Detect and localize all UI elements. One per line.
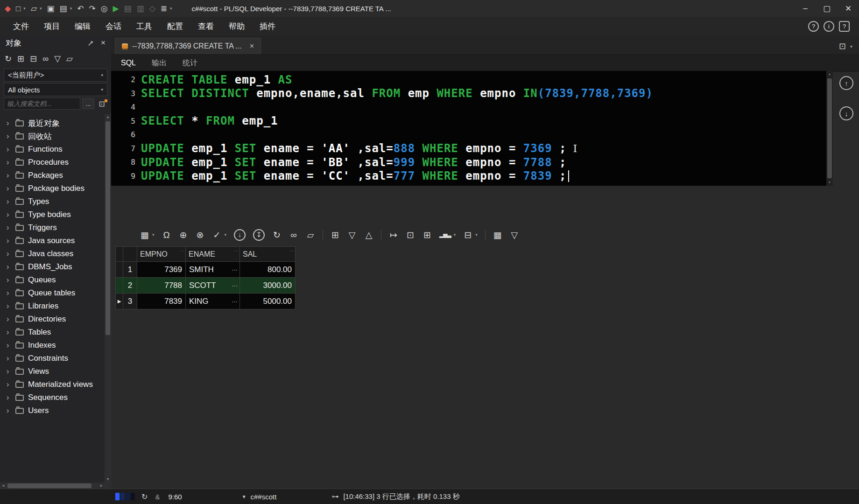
cell-sal[interactable]: 3000.00 (240, 278, 296, 294)
preferences-icon-caret[interactable]: ▾ (170, 6, 172, 11)
close-button[interactable]: ✕ (838, 0, 859, 17)
filter-objects-icon[interactable]: ▽ (54, 54, 61, 64)
code-text[interactable]: SELECT * FROM emp_1 (141, 115, 278, 126)
cell-empno[interactable]: 7839 (137, 294, 186, 309)
collapse-all-icon[interactable]: ⊟ (30, 54, 37, 64)
row-number-cell[interactable]: 3 (123, 294, 137, 309)
code-text[interactable]: CREATE TABLE emp_1 AS (141, 74, 292, 85)
minimize-button[interactable]: – (795, 0, 816, 17)
search-more-button[interactable]: ... (82, 98, 94, 109)
chevron-right-icon[interactable]: › (7, 250, 11, 258)
scroll-right-arrow[interactable]: ▸ (98, 483, 105, 489)
post-changes-icon-caret[interactable]: ▾ (225, 232, 227, 237)
maximize-button[interactable]: ▢ (816, 0, 838, 17)
tree-item[interactable]: ›DBMS_Jobs (0, 260, 105, 273)
tree-item[interactable]: ›Directories (0, 313, 105, 326)
document-tab[interactable]: --7839,7788,7369 CREATE TA ... × (115, 38, 261, 54)
chevron-right-icon[interactable]: › (7, 184, 11, 193)
chevron-right-icon[interactable]: › (7, 145, 11, 154)
menu-item-7[interactable]: 帮助 (221, 17, 252, 35)
tree-item[interactable]: ›Type bodies (0, 208, 105, 221)
menu-item-6[interactable]: 查看 (190, 17, 221, 35)
scroll-down-arrow[interactable]: ▾ (105, 476, 111, 483)
tree-item[interactable]: ›Sequences (0, 391, 105, 404)
new-document-icon-caret[interactable]: ▾ (23, 6, 26, 11)
lock-record-icon[interactable]: Ω (162, 231, 171, 239)
script-file-icon[interactable]: ▥ (137, 5, 144, 13)
print-icon[interactable]: ▤ (60, 5, 67, 13)
chevron-right-icon[interactable]: › (7, 354, 11, 363)
tab-close-icon[interactable]: × (250, 42, 254, 50)
tree-item[interactable]: ›Libraries (0, 300, 105, 313)
scroll-up-arrow[interactable]: ▴ (105, 114, 111, 120)
chart-icon-caret[interactable]: ▾ (454, 232, 456, 237)
scroll-down-arrow[interactable]: ▾ (826, 179, 833, 186)
pin-icon[interactable]: ⊸ (85, 38, 96, 49)
chevron-right-icon[interactable]: › (7, 315, 11, 323)
copy-to-excel-icon[interactable]: ⊡ (406, 231, 415, 239)
column-header-empno[interactable]: EMPNO (137, 247, 186, 262)
chevron-right-icon[interactable]: › (7, 367, 11, 376)
cell-ename[interactable]: KING⋯ (186, 294, 240, 309)
tree-item[interactable]: ›Packages (0, 169, 105, 182)
tree-item[interactable]: ›回收站 (0, 130, 105, 143)
grid-layout-icon[interactable]: ⊟ (463, 231, 472, 239)
search-scope-icon[interactable]: ⊡ (96, 99, 107, 108)
table-row[interactable]: ▶37839KING⋯5000.00 (116, 294, 296, 309)
auto-refresh-icon[interactable]: ↻ (141, 492, 148, 501)
open-folder-icon[interactable]: ▱ (31, 5, 37, 13)
titlebar[interactable]: ◆□▾▱▾▣▤▾↶↷◎▶▤▥◇≣▾ c##scott - PL/SQL Deve… (0, 0, 859, 17)
fetch-last-page-icon[interactable]: ↧ (253, 229, 265, 241)
refresh-results-icon[interactable]: ↻ (272, 231, 282, 239)
chevron-right-icon[interactable]: › (7, 393, 11, 402)
user-filter-select[interactable]: <当前用户> ▾ (4, 69, 107, 82)
tree-item[interactable]: ›Indexes (0, 339, 105, 352)
folder-view-icon[interactable]: ▱ (66, 54, 73, 64)
chevron-right-icon[interactable]: › (7, 263, 11, 271)
cell-sal[interactable]: 800.00 (240, 262, 296, 278)
tree-item[interactable]: ›Materialized views (0, 378, 105, 391)
row-number-cell[interactable]: 2 (123, 278, 137, 294)
close-icon[interactable]: × (101, 38, 106, 48)
filter-selected-icon[interactable]: ⊞ (331, 231, 340, 239)
session-login-icon[interactable]: ◎ (101, 5, 108, 13)
dataset-mode-icon[interactable]: ▦ (140, 231, 149, 239)
navigate-down-button[interactable]: ↓ (839, 106, 853, 120)
dataset-mode-icon-caret[interactable]: ▾ (152, 232, 155, 237)
find-object-icon[interactable]: ∞ (42, 54, 49, 64)
editor-vertical-scrollbar[interactable]: ▴ ▾ (826, 71, 833, 186)
cell-ename[interactable]: SMITH⋯ (186, 262, 240, 278)
code-text[interactable]: UPDATE emp_1 SET ename = 'BB' ,sal=999 W… (141, 157, 567, 168)
chart-icon[interactable]: ▂▅▃ (439, 232, 451, 238)
export-grid-icon[interactable]: ⊞ (422, 231, 432, 239)
cell-ellipsis-button[interactable]: ⋯ (232, 298, 238, 305)
chevron-right-icon[interactable]: › (7, 406, 11, 415)
scrollbar-thumb[interactable] (106, 121, 110, 335)
menu-item-8[interactable]: 插件 (252, 17, 283, 35)
cell-empno[interactable]: 7788 (137, 278, 186, 294)
cell-empno[interactable]: 7369 (137, 262, 186, 278)
filter-funnel-icon[interactable]: ▽ (510, 231, 519, 239)
tree-item[interactable]: ›Triggers (0, 221, 105, 234)
menu-item-3[interactable]: 会话 (98, 17, 129, 35)
quick-filter-icon[interactable]: ▽ (347, 231, 357, 239)
sql-editor[interactable]: 2CREATE TABLE emp_1 AS3SELECT DISTINCT e… (111, 71, 833, 186)
navigate-up-button[interactable]: ↑ (839, 76, 853, 90)
tab-menu-caret-icon[interactable]: ▾ (850, 44, 852, 49)
test-script-icon[interactable]: ▤ (124, 5, 132, 13)
help-icon[interactable]: ? (808, 21, 819, 32)
clear-grid-icon[interactable]: ▱ (306, 231, 315, 239)
chevron-right-icon[interactable]: › (7, 171, 11, 180)
subtab-statistics[interactable]: 统计 (175, 55, 205, 71)
cell-ename[interactable]: SCOTT⋯ (186, 278, 240, 294)
cell-ellipsis-button[interactable]: ⋯ (232, 266, 238, 273)
refresh-objects-icon[interactable]: ↻ (5, 54, 12, 64)
tree-item[interactable]: ›Package bodies (0, 182, 105, 195)
preferences-icon[interactable]: ≣ (161, 5, 167, 13)
tree-item[interactable]: ›Queue tables (0, 287, 105, 300)
chevron-right-icon[interactable]: › (7, 158, 11, 167)
chevron-right-icon[interactable]: › (7, 380, 11, 389)
menu-item-0[interactable]: 文件 (6, 17, 36, 35)
redo-icon[interactable]: ↷ (89, 5, 95, 13)
tree-item[interactable]: ›Types (0, 195, 105, 208)
